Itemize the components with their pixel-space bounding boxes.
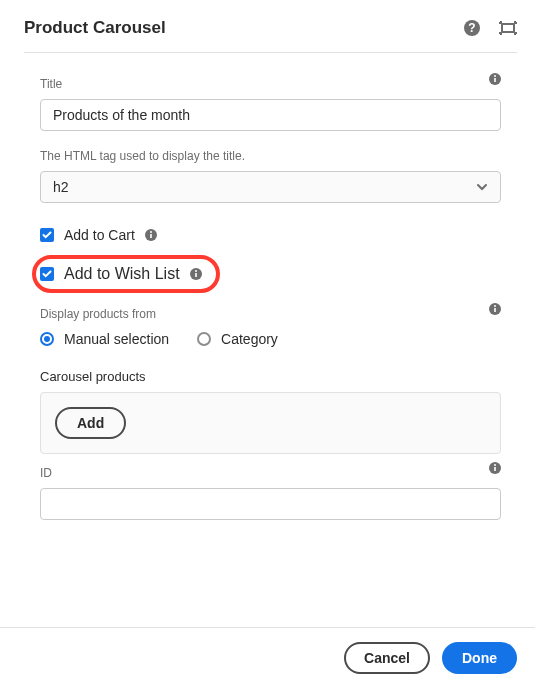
radio-indicator-unchecked bbox=[197, 332, 211, 346]
done-button[interactable]: Done bbox=[442, 642, 517, 674]
display-from-label: Display products from bbox=[40, 307, 501, 321]
product-carousel-dialog: Product Carousel ? Title The HTML tag us… bbox=[0, 0, 535, 520]
title-tag-label: The HTML tag used to display the title. bbox=[40, 149, 501, 163]
radio-category-label: Category bbox=[221, 331, 278, 347]
add-to-cart-label: Add to Cart bbox=[64, 227, 135, 243]
add-to-wishlist-highlight: Add to Wish List bbox=[40, 255, 501, 293]
cancel-button[interactable]: Cancel bbox=[344, 642, 430, 674]
title-tag-field: The HTML tag used to display the title. … bbox=[40, 149, 501, 203]
info-icon[interactable] bbox=[489, 462, 501, 474]
title-input[interactable] bbox=[40, 99, 501, 131]
radio-manual-selection[interactable]: Manual selection bbox=[40, 331, 169, 347]
title-field: Title bbox=[40, 77, 501, 131]
title-label: Title bbox=[40, 77, 501, 91]
dialog-footer: Cancel Done bbox=[0, 627, 535, 688]
info-icon[interactable] bbox=[489, 73, 501, 85]
info-icon[interactable] bbox=[145, 229, 157, 241]
svg-point-8 bbox=[150, 231, 152, 233]
id-label: ID bbox=[40, 466, 501, 480]
display-products-from-section: Display products from Manual selection C… bbox=[40, 307, 501, 347]
help-icon[interactable]: ? bbox=[463, 19, 481, 37]
radio-manual-label: Manual selection bbox=[64, 331, 169, 347]
display-from-radio-group: Manual selection Category bbox=[40, 331, 501, 347]
svg-text:?: ? bbox=[468, 21, 475, 35]
fullscreen-icon[interactable] bbox=[499, 19, 517, 37]
id-field: ID bbox=[40, 466, 501, 520]
radio-indicator-checked bbox=[40, 332, 54, 346]
radio-category[interactable]: Category bbox=[197, 331, 278, 347]
add-product-button[interactable]: Add bbox=[55, 407, 126, 439]
svg-rect-7 bbox=[150, 234, 152, 238]
title-tag-select[interactable]: h2 bbox=[40, 171, 501, 203]
add-to-wishlist-checkbox[interactable] bbox=[40, 267, 54, 281]
info-icon[interactable] bbox=[190, 268, 202, 280]
add-to-cart-checkbox[interactable] bbox=[40, 228, 54, 242]
svg-rect-10 bbox=[195, 273, 197, 277]
carousel-products-label: Carousel products bbox=[40, 369, 501, 384]
svg-rect-13 bbox=[494, 308, 496, 312]
add-to-wishlist-label: Add to Wish List bbox=[64, 265, 180, 283]
svg-rect-2 bbox=[502, 24, 514, 32]
svg-point-17 bbox=[494, 464, 496, 466]
info-icon[interactable] bbox=[489, 303, 501, 315]
svg-point-5 bbox=[494, 75, 496, 77]
title-tag-value: h2 bbox=[53, 179, 69, 195]
dialog-header: Product Carousel ? bbox=[24, 18, 517, 53]
carousel-products-box: Add bbox=[40, 392, 501, 454]
svg-point-11 bbox=[195, 270, 197, 272]
svg-rect-16 bbox=[494, 467, 496, 471]
svg-point-14 bbox=[494, 305, 496, 307]
id-input[interactable] bbox=[40, 488, 501, 520]
svg-rect-4 bbox=[494, 78, 496, 82]
add-to-cart-checkbox-row[interactable]: Add to Cart bbox=[40, 221, 501, 249]
chevron-down-icon bbox=[476, 181, 488, 193]
dialog-title: Product Carousel bbox=[24, 18, 166, 38]
carousel-products-section: Carousel products Add bbox=[40, 369, 501, 454]
header-actions: ? bbox=[463, 19, 517, 37]
form-body: Title The HTML tag used to display the t… bbox=[24, 53, 517, 520]
